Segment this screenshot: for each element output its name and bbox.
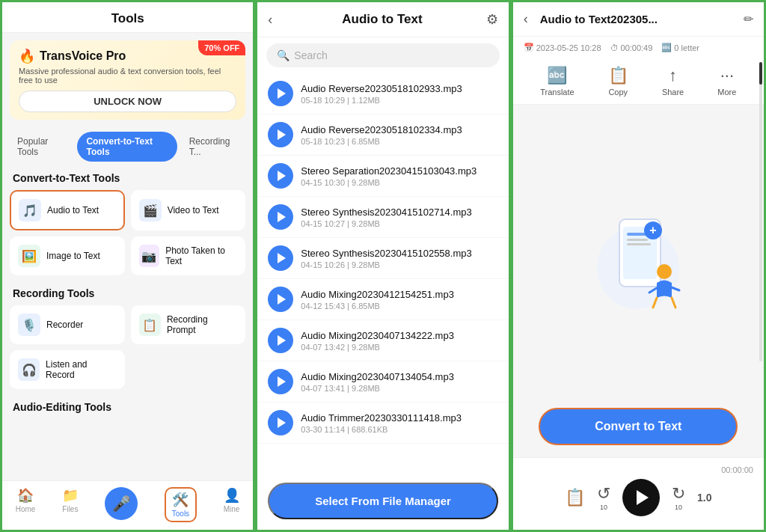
translate-icon: 🔤 <box>547 66 567 85</box>
play-button[interactable] <box>268 287 293 312</box>
tool-recorder[interactable]: 🎙️ Recorder <box>10 305 125 344</box>
forward-icon: ↻ <box>672 484 685 504</box>
speed-button[interactable]: 1.0 <box>697 492 711 504</box>
tab-convert-to-text[interactable]: Convert-to-Text Tools <box>77 132 177 162</box>
mic-fab[interactable]: 🎤 <box>105 487 138 522</box>
file-meta: 04-15 10:30 | 9.28MB <box>301 178 497 187</box>
tool-photo-to-text[interactable]: 📷 Photo Taken to Text <box>131 236 246 275</box>
recording-prompt-icon: 📋 <box>139 314 161 336</box>
rewind-icon: ↺ <box>597 484 610 504</box>
transcript-icon: 📋 <box>565 488 585 507</box>
list-item[interactable]: Stereo Separation20230415103043.mp3 04-1… <box>257 156 508 197</box>
settings-icon[interactable]: ⚙ <box>486 11 498 28</box>
list-item[interactable]: Audio Reverse20230518102334.mp3 05-18 10… <box>257 114 508 156</box>
nav-home[interactable]: 🏠 Home <box>16 487 36 522</box>
p2-header: ‹ Audio to Text ⚙ <box>257 2 508 37</box>
file-name: Audio Mixing20230407134054.mp3 <box>301 371 497 382</box>
tool-image-to-text[interactable]: 🖼️ Image to Text <box>10 236 125 275</box>
edit-icon[interactable]: ✏ <box>744 12 753 26</box>
play-button[interactable] <box>268 122 293 147</box>
file-meta: 04-07 13:41 | 9.28MB <box>301 384 497 393</box>
tool-listen-and-record[interactable]: 🎧 Listen and Record <box>10 350 125 389</box>
search-placeholder: Search <box>294 49 327 61</box>
list-item[interactable]: Audio Mixing20230407134054.mp3 04-07 13:… <box>257 361 508 403</box>
transcript-button[interactable]: 📋 <box>565 488 585 507</box>
convert-to-text-button[interactable]: Convert to Text <box>539 408 738 445</box>
play-icon <box>637 490 649 505</box>
file-name: Audio Reverse20230518102933.mp3 <box>301 83 497 94</box>
p2-title: Audio to Text <box>278 12 485 27</box>
play-button[interactable] <box>268 163 293 189</box>
illustration-svg: + <box>578 197 698 317</box>
file-info: Audio Reverse20230518102334.mp3 05-18 10… <box>301 124 497 146</box>
file-name: Stereo Synthesis20230415102558.mp3 <box>301 248 497 259</box>
svg-rect-5 <box>627 243 651 245</box>
more-button[interactable]: ··· More <box>717 66 736 97</box>
list-item[interactable]: Audio Reverse20230518102933.mp3 05-18 10… <box>257 73 508 114</box>
list-item[interactable]: Audio Mixing20230407134222.mp3 04-07 13:… <box>257 320 508 361</box>
listen-record-icon: 🎧 <box>18 358 40 381</box>
file-name: Audio Trimmer20230330111418.mp3 <box>301 412 497 424</box>
file-name: Stereo Synthesis20230415102714.mp3 <box>301 207 497 218</box>
convert-section-title: Convert-to-Text Tools <box>2 166 253 187</box>
list-item[interactable]: Stereo Synthesis20230415102714.mp3 04-15… <box>257 197 508 238</box>
file-info: Audio Reverse20230518102933.mp3 05-18 10… <box>301 83 497 105</box>
play-button[interactable] <box>268 204 293 230</box>
list-item[interactable]: Audio Trimmer20230330111418.mp3 03-30 11… <box>257 403 508 444</box>
recording-tools-grid: 🎙️ Recorder 📋 Recording Prompt 🎧 Listen … <box>2 302 253 395</box>
image-to-text-icon: 🖼️ <box>18 245 40 267</box>
play-button[interactable] <box>268 245 293 271</box>
play-button[interactable] <box>268 410 293 435</box>
translate-button[interactable]: 🔤 Translate <box>540 66 574 97</box>
letter-icon: 🔤 <box>661 43 672 52</box>
copy-icon: 📋 <box>608 66 628 85</box>
file-info: Stereo Synthesis20230415102714.mp3 04-15… <box>301 207 497 228</box>
tools-header: Tools <box>2 2 253 33</box>
copy-button[interactable]: 📋 Copy <box>608 66 628 97</box>
tab-popular-tools[interactable]: Popular Tools <box>8 132 74 162</box>
meta-letters: 🔤 0 letter <box>661 43 699 52</box>
file-meta: 03-30 11:14 | 688.61KB <box>301 425 497 434</box>
list-item[interactable]: Stereo Synthesis20230415102558.mp3 04-15… <box>257 238 508 279</box>
file-info: Stereo Separation20230415103043.mp3 04-1… <box>301 165 497 187</box>
tool-recording-prompt[interactable]: 📋 Recording Prompt <box>131 305 246 344</box>
play-button[interactable] <box>268 81 293 106</box>
back-button[interactable]: ‹ <box>268 12 272 28</box>
panel-audio-detail: ‹ Audio to Text202305... ✏ 📅 2023-05-25 … <box>511 0 766 532</box>
list-item[interactable]: Audio Mixing20230412154251.mp3 04-12 15:… <box>257 279 508 320</box>
photo-to-text-icon: 📷 <box>139 245 159 267</box>
forward-button[interactable]: ↻ 10 <box>672 484 685 511</box>
play-button[interactable] <box>268 328 293 353</box>
nav-tools[interactable]: 🛠️ Tools <box>165 487 197 522</box>
play-button[interactable] <box>268 369 293 394</box>
meta-duration: ⏱ 00:00:49 <box>610 43 653 52</box>
promo-icon: 🔥 <box>19 48 35 64</box>
share-button[interactable]: ↑ Share <box>662 66 684 97</box>
rewind-button[interactable]: ↺ 10 <box>597 484 610 511</box>
nav-mine[interactable]: 👤 Mine <box>224 487 240 522</box>
nav-files[interactable]: 📁 Files <box>62 487 79 522</box>
audio-player: 00:00:00 📋 ↺ 10 ↻ 10 1.0 <box>513 457 764 530</box>
scrollbar-thumb[interactable] <box>759 62 762 85</box>
panel-audio-to-text: ‹ Audio to Text ⚙ 🔍 Search Audio Reverse… <box>255 0 510 532</box>
select-from-file-manager-button[interactable]: Select From File Manager <box>268 483 497 519</box>
play-pause-button[interactable] <box>622 479 660 516</box>
file-info: Audio Mixing20230412154251.mp3 04-12 15:… <box>301 289 497 311</box>
p3-header: ‹ Audio to Text202305... ✏ <box>513 2 764 37</box>
file-meta: 05-18 10:23 | 6.85MB <box>301 137 497 146</box>
p3-back-button[interactable]: ‹ <box>524 11 528 27</box>
tools-icon: 🛠️ <box>172 492 189 508</box>
tool-audio-to-text[interactable]: 🎵 Audio to Text <box>10 190 125 230</box>
promo-desc: Massive professional audio & text conver… <box>19 67 236 85</box>
tab-recording[interactable]: Recording T... <box>180 132 248 162</box>
tool-video-to-text[interactable]: 🎬 Video to Text <box>131 190 246 230</box>
file-meta: 04-12 15:43 | 6.85MB <box>301 302 497 311</box>
illustration-area: + <box>513 105 764 408</box>
promo-banner[interactable]: 🔥 TransVoice Pro 70% OFF Massive profess… <box>10 40 245 120</box>
file-name: Audio Mixing20230412154251.mp3 <box>301 289 497 300</box>
unlock-button[interactable]: UNLOCK NOW <box>19 91 236 112</box>
search-icon: 🔍 <box>277 49 289 61</box>
search-bar[interactable]: 🔍 Search <box>266 43 499 67</box>
promo-badge: 70% OFF <box>198 40 245 55</box>
clock-icon: ⏱ <box>610 43 619 52</box>
